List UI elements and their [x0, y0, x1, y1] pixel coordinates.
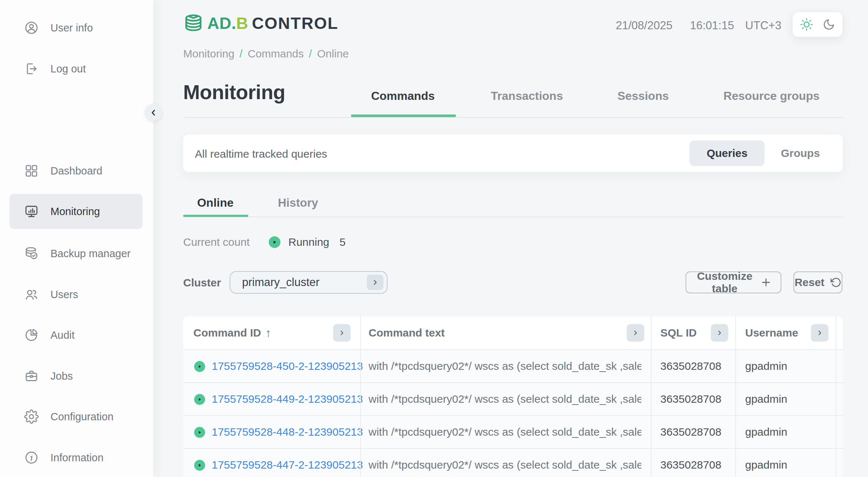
page-title: Monitoring	[183, 80, 285, 104]
logout-icon	[24, 61, 39, 76]
toggle-queries[interactable]: Queries	[690, 140, 765, 166]
breadcrumb-item[interactable]: Commands	[248, 48, 303, 60]
customize-table-label: Customize table	[695, 270, 754, 295]
sidebar-item-label: Users	[50, 289, 78, 301]
column-expand-command-id[interactable]	[333, 324, 351, 342]
command-text-cell: with /*tpcdsquery02*/ wscs as (select so…	[369, 383, 641, 415]
subtab-online[interactable]: Online	[197, 196, 234, 210]
sidebar-item-label: Audit	[50, 329, 75, 341]
sidebar: User info Log out Dashboard Monitoring B…	[0, 0, 154, 477]
logo-text-green: AD.	[207, 14, 236, 33]
timezone-label: UTC+3	[745, 19, 781, 32]
column-header-command-text[interactable]: Command text	[369, 316, 445, 349]
running-count: 5	[340, 236, 346, 248]
chevron-left-icon	[148, 108, 159, 118]
rotate-ccw-icon	[830, 277, 841, 288]
sql-id-cell: 3635028708	[660, 383, 721, 415]
sidebar-item-jobs[interactable]: Jobs	[10, 358, 143, 394]
chevron-right-icon	[371, 278, 380, 287]
chevron-right-icon	[631, 329, 639, 337]
table-row[interactable]: 1755759528-447-2-123905213 with /*tpcdsq…	[183, 448, 843, 477]
table-row[interactable]: 1755759528-450-2-123905213 with /*tpcdsq…	[183, 349, 843, 382]
current-count-label: Current count	[183, 236, 250, 248]
monitoring-icon	[24, 204, 39, 219]
reset-label: Reset	[795, 276, 824, 289]
database-logo-icon	[183, 13, 204, 34]
column-header-command-id[interactable]: Command ID ↑	[193, 316, 271, 349]
column-expand-username[interactable]	[811, 324, 829, 342]
sql-id-cell: 3635028708	[660, 449, 721, 477]
sidebar-item-label: Jobs	[50, 370, 73, 382]
sidebar-item-user-info[interactable]: User info	[10, 10, 143, 45]
command-text-cell: with /*tpcdsquery02*/ wscs as (select so…	[369, 350, 641, 382]
sidebar-item-monitoring[interactable]: Monitoring	[10, 194, 143, 229]
tab-resource-groups[interactable]: Resource groups	[723, 89, 819, 103]
table-column-divider	[651, 316, 652, 477]
breadcrumb-item[interactable]: Online	[317, 48, 349, 60]
command-id-link[interactable]: 1755759528-450-2-123905213	[212, 350, 363, 382]
table-row[interactable]: 1755759528-449-2-123905213 with /*tpcdsq…	[183, 382, 843, 415]
column-label: Command ID	[193, 327, 261, 339]
column-header-username[interactable]: Username	[745, 316, 798, 349]
configuration-icon	[24, 409, 39, 424]
active-subtab-underline	[183, 215, 248, 217]
command-id-link[interactable]: 1755759528-447-2-123905213	[212, 449, 363, 477]
running-status-icon	[194, 460, 205, 471]
cluster-select[interactable]: primary_cluster	[230, 271, 388, 294]
command-id-link[interactable]: 1755759528-449-2-123905213	[212, 383, 363, 415]
chevron-right-icon	[716, 329, 724, 337]
sidebar-item-audit[interactable]: Audit	[10, 318, 143, 353]
sidebar-item-information[interactable]: Information	[10, 440, 143, 475]
breadcrumb-separator: /	[309, 48, 312, 60]
column-header-sql-id[interactable]: SQL ID	[660, 316, 697, 349]
tab-sessions[interactable]: Sessions	[618, 89, 669, 103]
cluster-expand-button[interactable]	[367, 275, 384, 290]
backup-icon	[24, 246, 39, 261]
current-count-row: Current count Running 5	[183, 236, 346, 248]
sidebar-item-backup-manager[interactable]: Backup manager	[10, 236, 143, 271]
command-id-link[interactable]: 1755759528-448-2-123905213	[212, 416, 363, 448]
cluster-label: Cluster	[183, 277, 221, 289]
toggle-groups[interactable]: Groups	[778, 140, 822, 166]
command-text-cell: with /*tpcdsquery02*/ wscs as (select so…	[369, 416, 641, 448]
username-cell: gpadmin	[745, 449, 787, 477]
reset-button[interactable]: Reset	[793, 271, 842, 293]
sidebar-item-dashboard[interactable]: Dashboard	[10, 153, 143, 188]
breadcrumb-item[interactable]: Monitoring	[183, 48, 234, 60]
realtime-queries-label: All realtime tracked queries	[195, 148, 327, 160]
sort-asc-icon[interactable]: ↑	[265, 326, 271, 340]
tab-transactions[interactable]: Transactions	[491, 89, 563, 103]
table-column-divider	[735, 316, 736, 477]
customize-table-button[interactable]: Customize table	[686, 271, 781, 293]
app-logo[interactable]: AD.BCONTROL	[183, 13, 338, 34]
sidebar-item-log-out[interactable]: Log out	[10, 51, 143, 86]
moon-icon[interactable]	[823, 18, 835, 31]
plus-icon	[760, 277, 772, 288]
column-expand-sql-id[interactable]	[711, 324, 728, 342]
column-label: Command text	[369, 327, 445, 339]
column-label: SQL ID	[660, 327, 697, 339]
breadcrumb: Monitoring / Commands / Online	[183, 48, 349, 60]
table-row[interactable]: 1755759528-448-2-123905213 with /*tpcdsq…	[183, 415, 843, 448]
dashboard-icon	[24, 164, 39, 178]
sun-icon[interactable]	[800, 18, 813, 31]
theme-switcher	[793, 12, 842, 37]
sidebar-item-configuration[interactable]: Configuration	[10, 399, 143, 434]
chevron-right-icon	[816, 329, 824, 337]
users-icon	[24, 287, 39, 302]
username-cell: gpadmin	[745, 383, 787, 415]
running-status-icon	[269, 236, 280, 248]
tab-commands[interactable]: Commands	[371, 89, 435, 103]
information-icon	[24, 450, 39, 465]
table-header: Command ID ↑ Command text SQL ID Usernam…	[183, 316, 843, 349]
column-expand-command-text[interactable]	[627, 324, 644, 342]
sidebar-item-label: Backup manager	[50, 248, 131, 260]
subtab-history[interactable]: History	[278, 196, 318, 210]
sidebar-item-users[interactable]: Users	[10, 277, 143, 312]
logo-text-lime: B	[236, 14, 248, 33]
username-cell: gpadmin	[745, 350, 787, 382]
sidebar-item-label: Monitoring	[50, 206, 100, 218]
cluster-select-value: primary_cluster	[242, 276, 367, 289]
sidebar-collapse-button[interactable]	[145, 104, 162, 121]
sidebar-item-label: User info	[50, 22, 93, 34]
